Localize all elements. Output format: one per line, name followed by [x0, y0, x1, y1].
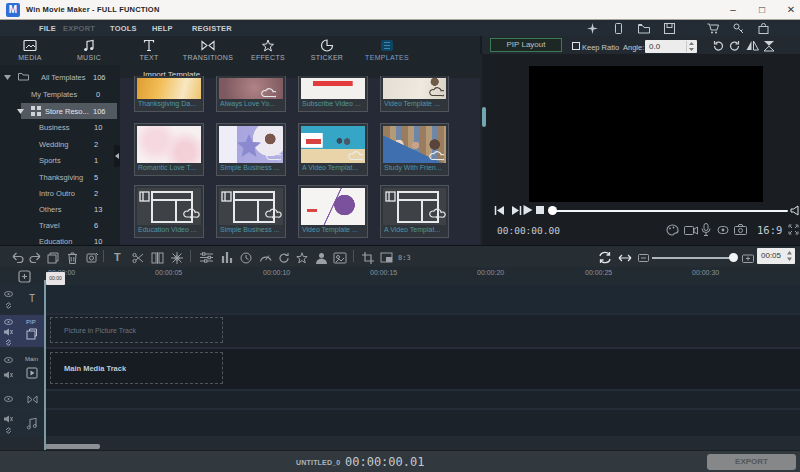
tree-item-wedding[interactable]: Wedding2	[0, 136, 120, 152]
crop-icon[interactable]	[362, 252, 374, 264]
snapshot-icon[interactable]	[734, 224, 747, 235]
adjust-icon[interactable]	[200, 252, 213, 263]
main-track-placeholder[interactable]: Main Media Track	[50, 352, 223, 384]
rotate-ccw-icon[interactable]	[712, 40, 724, 52]
spinner-arrows-icon[interactable]	[688, 42, 695, 51]
panel-splitter-handle[interactable]	[482, 107, 486, 127]
tree-item-store-resources[interactable]: Store Reso... 106	[21, 103, 117, 119]
template-cell[interactable]: Simple Business ...	[216, 123, 286, 176]
tree-item-sports[interactable]: Sports1	[0, 152, 120, 168]
template-cell[interactable]: Simple Business ...	[216, 185, 286, 238]
add-text-icon[interactable]: T	[114, 251, 121, 263]
play-icon[interactable]	[522, 204, 533, 216]
template-cell[interactable]: Education Video ...	[134, 185, 204, 238]
add-track-icon[interactable]	[18, 270, 31, 283]
transition-track-lane[interactable]	[46, 391, 800, 408]
fit-timeline-icon[interactable]	[618, 254, 632, 262]
phone-icon[interactable]	[613, 23, 624, 34]
template-cell[interactable]: Video Template ...	[298, 185, 368, 238]
previous-frame-icon[interactable]	[494, 205, 505, 216]
tree-item-my-templates[interactable]: My Templates 0	[0, 86, 120, 102]
tree-item-others[interactable]: Others13	[0, 201, 120, 217]
zoom-slider[interactable]	[652, 257, 732, 259]
playhead-flag[interactable]: 00:00	[46, 272, 65, 285]
template-cell[interactable]: Thanksgiving Da...	[134, 76, 204, 112]
pip-layout-button[interactable]: PIP Layout	[490, 38, 562, 52]
rotate-icon[interactable]	[278, 252, 290, 264]
microphone-icon[interactable]	[701, 223, 711, 236]
cart-icon[interactable]	[707, 23, 719, 34]
rotate-cw-icon[interactable]	[729, 40, 741, 52]
template-cell[interactable]: A Video Templat...	[298, 123, 368, 176]
template-cell[interactable]: Romantic Love T...	[134, 123, 204, 176]
delete-icon[interactable]	[67, 252, 78, 264]
flip-vertical-icon[interactable]	[763, 40, 775, 52]
transition-track-header[interactable]	[0, 391, 44, 408]
portrait-icon[interactable]	[315, 252, 328, 264]
zoom-out-icon[interactable]	[638, 254, 649, 262]
split-icon[interactable]	[132, 252, 144, 264]
close-button[interactable]: ✕	[777, 0, 800, 19]
text-track-header[interactable]: T	[0, 285, 44, 313]
audio-track-lane[interactable]	[46, 410, 800, 436]
pip-track-placeholder[interactable]: Picture in Picture Track	[50, 317, 223, 343]
pip-track-lane[interactable]: Picture in Picture Track	[46, 315, 800, 347]
minimize-button[interactable]: –	[719, 0, 747, 19]
playhead-line[interactable]	[44, 280, 46, 450]
tab-text[interactable]: TEXT	[120, 38, 178, 61]
template-cell[interactable]: Always Love Yo...	[216, 76, 286, 112]
angle-spinner[interactable]: 0.0	[645, 40, 697, 53]
record-icon[interactable]	[717, 225, 729, 235]
bag-icon[interactable]	[758, 23, 769, 34]
keep-ratio-checkbox[interactable]	[572, 42, 580, 50]
save-icon[interactable]	[664, 23, 675, 34]
effects-star-icon[interactable]	[296, 252, 308, 264]
color-palette-icon[interactable]	[666, 224, 679, 236]
record-voiceover-icon[interactable]	[85, 252, 98, 264]
green-screen-icon[interactable]	[333, 252, 347, 264]
duration-icon[interactable]	[240, 252, 252, 264]
tab-music[interactable]: MUSIC	[60, 38, 118, 61]
beat-detect-icon[interactable]: 8:3	[398, 254, 411, 262]
tab-sticker[interactable]: STICKER	[298, 38, 356, 61]
export-button[interactable]: EXPORT	[707, 454, 796, 470]
zoom-slider-handle[interactable]	[729, 253, 738, 262]
pip-track-header[interactable]: PIP	[0, 315, 44, 347]
copy-icon[interactable]	[47, 252, 59, 264]
template-cell[interactable]: Subscribe Video ...	[298, 76, 368, 112]
tab-templates[interactable]: TEMPLATES	[358, 38, 416, 61]
timeline-scrollbar[interactable]	[45, 444, 100, 449]
aspect-ratio-value[interactable]: 16:9	[757, 224, 782, 236]
volume-icon[interactable]	[790, 205, 800, 216]
tree-item-intro-outro[interactable]: Intro Outro2	[0, 185, 120, 201]
audio-mixer-icon[interactable]	[221, 252, 233, 263]
pip-overlay-icon[interactable]	[380, 252, 393, 263]
trim-icon[interactable]	[151, 252, 164, 264]
tree-item-travel[interactable]: Travel6	[0, 217, 120, 233]
main-track-lane[interactable]: Main Media Track	[46, 349, 800, 389]
tree-item-all-templates[interactable]: All Templates 106	[0, 69, 120, 85]
effects-store-icon[interactable]	[587, 23, 598, 34]
template-cell[interactable]: Video Template ...	[380, 76, 449, 112]
zoom-in-icon[interactable]	[742, 254, 754, 263]
duration-spinner[interactable]: 00:05	[757, 248, 795, 264]
seek-bar[interactable]	[552, 210, 788, 212]
freeze-frame-icon[interactable]	[171, 252, 183, 264]
redo-icon[interactable]	[29, 252, 42, 263]
folder-icon[interactable]	[638, 23, 650, 34]
template-cell[interactable]: A Video Templat...	[380, 185, 449, 238]
tab-media[interactable]: MEDIA	[1, 38, 59, 61]
text-track-lane[interactable]	[46, 285, 800, 313]
key-icon[interactable]	[733, 23, 744, 34]
audio-track-header[interactable]	[0, 410, 44, 436]
seek-handle[interactable]	[548, 206, 557, 215]
timeline-ruler[interactable]	[0, 267, 800, 285]
tree-item-thanksgiving[interactable]: Thanksgiving5	[0, 169, 120, 185]
next-frame-icon[interactable]	[511, 205, 522, 216]
tree-item-business[interactable]: Business10	[0, 119, 120, 135]
maximize-button[interactable]: □	[748, 0, 776, 19]
fullscreen-icon[interactable]	[788, 224, 799, 235]
tab-effects[interactable]: EFFECTS	[239, 38, 297, 61]
flip-horizontal-icon[interactable]	[746, 40, 759, 51]
stop-icon[interactable]	[536, 206, 544, 214]
